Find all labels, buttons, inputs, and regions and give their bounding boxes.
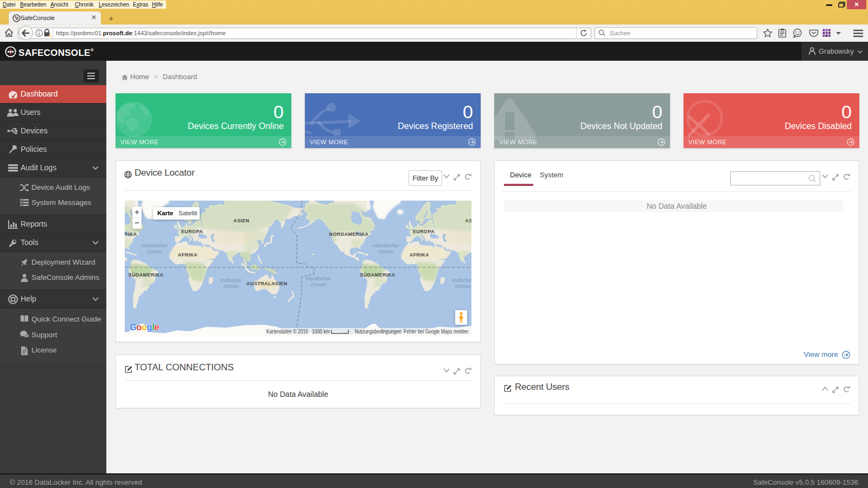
svg-text:EUROPA: EUROPA	[181, 229, 203, 234]
svg-text:EUROPA: EUROPA	[413, 229, 435, 234]
svg-text:AFRIKA: AFRIKA	[178, 252, 197, 258]
svg-text:ASIEN: ASIEN	[233, 218, 250, 223]
svg-text:Ozean: Ozean	[311, 281, 326, 287]
svg-text:ASIEN: ASIEN	[465, 218, 471, 223]
svg-text:Ozean: Ozean	[224, 283, 239, 289]
svg-text:Ozean: Ozean	[455, 283, 470, 289]
svg-text:SÜDAMERIKA: SÜDAMERIKA	[360, 272, 395, 278]
svg-text:Indischer: Indischer	[452, 277, 471, 283]
svg-text:Ozean: Ozean	[146, 248, 162, 254]
svg-text:SÜDAMERIKA: SÜDAMERIKA	[128, 272, 163, 278]
svg-text:Indischer: Indischer	[221, 277, 242, 283]
svg-text:Atlantischer: Atlantischer	[372, 242, 399, 248]
svg-text:AUSTRALASIEN: AUSTRALASIEN	[246, 281, 287, 286]
svg-text:NORDAMERIKA: NORDAMERIKA	[125, 232, 137, 237]
svg-text:NORDAMERIKA: NORDAMERIKA	[329, 232, 369, 237]
svg-text:Ozean: Ozean	[378, 248, 393, 254]
svg-text:Pazifischer: Pazifischer	[306, 275, 331, 281]
svg-text:Atlantischer: Atlantischer	[140, 242, 168, 248]
svg-text:AFRIKA: AFRIKA	[410, 252, 429, 258]
